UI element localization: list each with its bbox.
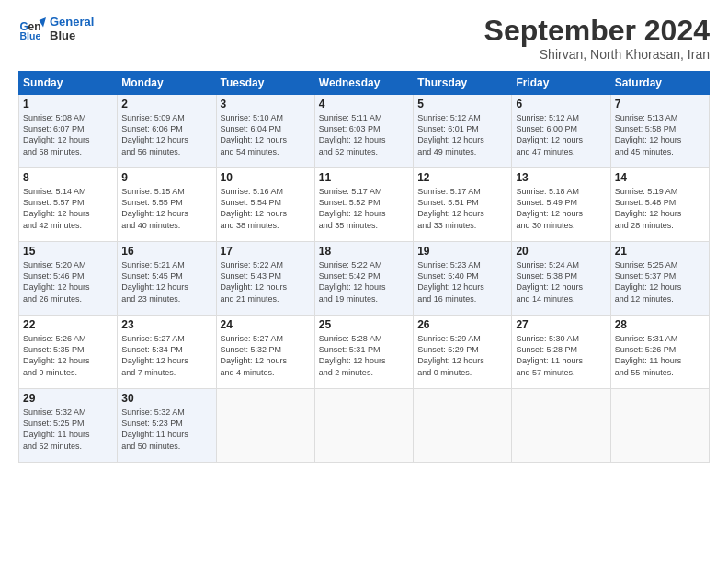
day-cell: 6Sunrise: 5:12 AM Sunset: 6:00 PM Daylig… xyxy=(512,95,610,168)
day-cell xyxy=(314,389,413,463)
day-cell xyxy=(512,389,610,463)
day-info: Sunrise: 5:32 AM Sunset: 5:25 PM Dayligh… xyxy=(23,407,113,452)
day-info: Sunrise: 5:32 AM Sunset: 5:23 PM Dayligh… xyxy=(121,407,211,452)
calendar-body: 1Sunrise: 5:08 AM Sunset: 6:07 PM Daylig… xyxy=(19,95,710,463)
day-cell: 1Sunrise: 5:08 AM Sunset: 6:07 PM Daylig… xyxy=(19,95,118,168)
subtitle: Shirvan, North Khorasan, Iran xyxy=(484,47,710,62)
day-info: Sunrise: 5:12 AM Sunset: 6:00 PM Dayligh… xyxy=(516,112,606,157)
day-number: 8 xyxy=(23,171,113,184)
day-info: Sunrise: 5:13 AM Sunset: 5:58 PM Dayligh… xyxy=(615,112,705,157)
week-row-1: 1Sunrise: 5:08 AM Sunset: 6:07 PM Daylig… xyxy=(19,95,710,168)
day-info: Sunrise: 5:12 AM Sunset: 6:01 PM Dayligh… xyxy=(417,112,507,157)
day-info: Sunrise: 5:17 AM Sunset: 5:52 PM Dayligh… xyxy=(319,186,409,231)
day-cell: 9Sunrise: 5:15 AM Sunset: 5:55 PM Daylig… xyxy=(118,168,216,242)
day-info: Sunrise: 5:18 AM Sunset: 5:49 PM Dayligh… xyxy=(516,186,606,231)
day-cell: 2Sunrise: 5:09 AM Sunset: 6:06 PM Daylig… xyxy=(118,95,216,168)
weekday-header-thursday: Thursday xyxy=(414,72,512,95)
day-number: 19 xyxy=(417,245,507,258)
day-info: Sunrise: 5:23 AM Sunset: 5:40 PM Dayligh… xyxy=(417,259,507,304)
day-number: 6 xyxy=(516,98,606,110)
day-cell: 3Sunrise: 5:10 AM Sunset: 6:04 PM Daylig… xyxy=(216,95,314,168)
day-cell: 18Sunrise: 5:22 AM Sunset: 5:42 PM Dayli… xyxy=(314,242,413,316)
weekday-header-wednesday: Wednesday xyxy=(314,72,413,95)
calendar-table: SundayMondayTuesdayWednesdayThursdayFrid… xyxy=(18,71,710,463)
day-number: 27 xyxy=(516,318,606,331)
day-number: 13 xyxy=(516,171,606,184)
day-info: Sunrise: 5:08 AM Sunset: 6:07 PM Dayligh… xyxy=(23,112,113,157)
day-cell: 13Sunrise: 5:18 AM Sunset: 5:49 PM Dayli… xyxy=(512,168,610,242)
day-cell xyxy=(414,389,512,463)
calendar-page: G en Blue General Blue September 2024 Sh… xyxy=(0,0,728,563)
day-number: 20 xyxy=(516,245,606,258)
day-cell: 17Sunrise: 5:22 AM Sunset: 5:43 PM Dayli… xyxy=(216,242,314,316)
day-cell: 19Sunrise: 5:23 AM Sunset: 5:40 PM Dayli… xyxy=(414,242,512,316)
day-cell: 4Sunrise: 5:11 AM Sunset: 6:03 PM Daylig… xyxy=(314,95,413,168)
day-number: 7 xyxy=(615,98,705,110)
day-number: 15 xyxy=(23,245,113,258)
day-number: 22 xyxy=(23,318,113,331)
day-info: Sunrise: 5:27 AM Sunset: 5:32 PM Dayligh… xyxy=(221,333,311,378)
day-cell: 8Sunrise: 5:14 AM Sunset: 5:57 PM Daylig… xyxy=(19,168,118,242)
day-cell: 22Sunrise: 5:26 AM Sunset: 5:35 PM Dayli… xyxy=(19,316,118,389)
weekday-header-sunday: Sunday xyxy=(19,72,118,95)
week-row-3: 15Sunrise: 5:20 AM Sunset: 5:46 PM Dayli… xyxy=(19,242,710,316)
day-info: Sunrise: 5:20 AM Sunset: 5:46 PM Dayligh… xyxy=(23,259,113,304)
day-info: Sunrise: 5:15 AM Sunset: 5:55 PM Dayligh… xyxy=(121,186,211,231)
logo-text: General Blue xyxy=(50,15,94,42)
day-cell: 20Sunrise: 5:24 AM Sunset: 5:38 PM Dayli… xyxy=(512,242,610,316)
day-cell: 26Sunrise: 5:29 AM Sunset: 5:29 PM Dayli… xyxy=(414,316,512,389)
day-info: Sunrise: 5:21 AM Sunset: 5:45 PM Dayligh… xyxy=(121,259,211,304)
day-info: Sunrise: 5:14 AM Sunset: 5:57 PM Dayligh… xyxy=(23,186,113,231)
logo-icon: G en Blue xyxy=(18,15,46,42)
weekday-header-friday: Friday xyxy=(512,72,610,95)
week-row-4: 22Sunrise: 5:26 AM Sunset: 5:35 PM Dayli… xyxy=(19,316,710,389)
day-number: 9 xyxy=(121,171,211,184)
day-cell: 23Sunrise: 5:27 AM Sunset: 5:34 PM Dayli… xyxy=(118,316,216,389)
day-cell: 24Sunrise: 5:27 AM Sunset: 5:32 PM Dayli… xyxy=(216,316,314,389)
svg-text:Blue: Blue xyxy=(20,30,41,41)
week-row-5: 29Sunrise: 5:32 AM Sunset: 5:25 PM Dayli… xyxy=(19,389,710,463)
day-number: 5 xyxy=(417,98,507,110)
day-number: 10 xyxy=(221,171,311,184)
week-row-2: 8Sunrise: 5:14 AM Sunset: 5:57 PM Daylig… xyxy=(19,168,710,242)
day-number: 4 xyxy=(319,98,409,110)
day-cell xyxy=(610,389,709,463)
day-info: Sunrise: 5:28 AM Sunset: 5:31 PM Dayligh… xyxy=(319,333,409,378)
day-number: 2 xyxy=(121,98,211,110)
day-cell: 16Sunrise: 5:21 AM Sunset: 5:45 PM Dayli… xyxy=(118,242,216,316)
day-info: Sunrise: 5:22 AM Sunset: 5:42 PM Dayligh… xyxy=(319,259,409,304)
logo-line2: Blue xyxy=(50,29,94,42)
day-info: Sunrise: 5:19 AM Sunset: 5:48 PM Dayligh… xyxy=(615,186,705,231)
day-info: Sunrise: 5:31 AM Sunset: 5:26 PM Dayligh… xyxy=(615,333,705,378)
day-number: 21 xyxy=(615,245,705,258)
title-block: September 2024 Shirvan, North Khorasan, … xyxy=(484,15,710,62)
day-number: 16 xyxy=(121,245,211,258)
weekday-header-saturday: Saturday xyxy=(610,72,709,95)
day-info: Sunrise: 5:30 AM Sunset: 5:28 PM Dayligh… xyxy=(516,333,606,378)
day-number: 23 xyxy=(121,318,211,331)
day-number: 1 xyxy=(23,98,113,110)
day-number: 30 xyxy=(121,392,211,405)
weekday-header-row: SundayMondayTuesdayWednesdayThursdayFrid… xyxy=(19,72,710,95)
day-number: 3 xyxy=(221,98,311,110)
day-number: 24 xyxy=(221,318,311,331)
day-info: Sunrise: 5:10 AM Sunset: 6:04 PM Dayligh… xyxy=(221,112,311,157)
month-title: September 2024 xyxy=(484,15,710,47)
day-number: 26 xyxy=(417,318,507,331)
day-cell: 10Sunrise: 5:16 AM Sunset: 5:54 PM Dayli… xyxy=(216,168,314,242)
day-info: Sunrise: 5:26 AM Sunset: 5:35 PM Dayligh… xyxy=(23,333,113,378)
day-cell: 27Sunrise: 5:30 AM Sunset: 5:28 PM Dayli… xyxy=(512,316,610,389)
day-info: Sunrise: 5:24 AM Sunset: 5:38 PM Dayligh… xyxy=(516,259,606,304)
weekday-header-tuesday: Tuesday xyxy=(216,72,314,95)
day-info: Sunrise: 5:29 AM Sunset: 5:29 PM Dayligh… xyxy=(417,333,507,378)
day-info: Sunrise: 5:16 AM Sunset: 5:54 PM Dayligh… xyxy=(221,186,311,231)
day-number: 25 xyxy=(319,318,409,331)
day-cell xyxy=(216,389,314,463)
day-cell: 21Sunrise: 5:25 AM Sunset: 5:37 PM Dayli… xyxy=(610,242,709,316)
day-number: 18 xyxy=(319,245,409,258)
day-number: 11 xyxy=(319,171,409,184)
day-cell: 15Sunrise: 5:20 AM Sunset: 5:46 PM Dayli… xyxy=(19,242,118,316)
day-info: Sunrise: 5:22 AM Sunset: 5:43 PM Dayligh… xyxy=(221,259,311,304)
day-cell: 28Sunrise: 5:31 AM Sunset: 5:26 PM Dayli… xyxy=(610,316,709,389)
day-cell: 12Sunrise: 5:17 AM Sunset: 5:51 PM Dayli… xyxy=(414,168,512,242)
